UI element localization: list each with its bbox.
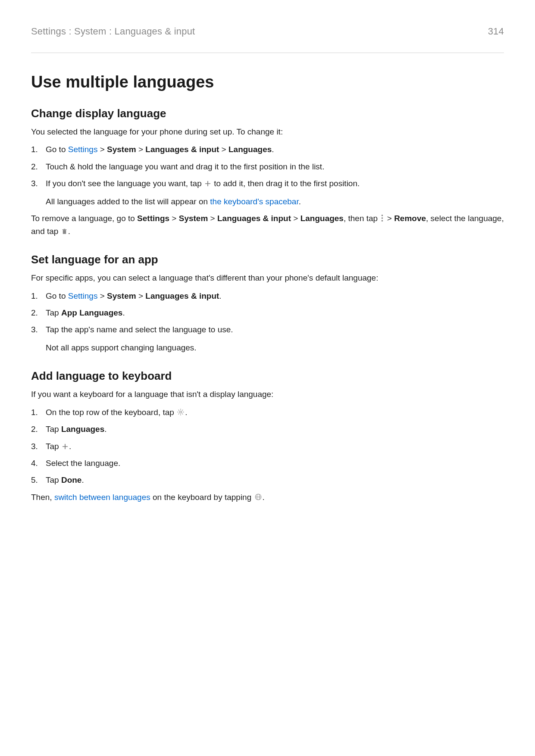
- header-divider: [31, 53, 504, 53]
- page-container: Settings : System : Languages & input 31…: [0, 0, 535, 526]
- bold-text: System: [107, 145, 136, 154]
- text: Then,: [31, 493, 54, 502]
- text: If you don't see the language you want, …: [46, 179, 204, 188]
- section1-step1: Go to Settings > System > Languages & in…: [31, 143, 504, 156]
- section1-intro: You selected the language for your phone…: [31, 125, 504, 138]
- header-row: Settings : System : Languages & input 31…: [31, 26, 504, 37]
- settings-link[interactable]: Settings: [68, 291, 98, 300]
- section1-step3: If you don't see the language you want, …: [31, 177, 504, 208]
- text: .: [104, 425, 106, 434]
- section3-step1: On the top row of the keyboard, tap .: [31, 406, 504, 419]
- section3-step2: Tap Languages.: [31, 423, 504, 435]
- section-heading-set-language-app: Set language for an app: [31, 253, 504, 266]
- text: .: [263, 493, 265, 502]
- text: Tap: [46, 475, 61, 484]
- section2-step1: Go to Settings > System > Languages & in…: [31, 290, 504, 302]
- text: .: [185, 408, 187, 417]
- bold-text: Remove: [394, 214, 426, 223]
- section1-step2: Touch & hold the language you want and d…: [31, 160, 504, 173]
- text: .: [81, 475, 84, 484]
- bold-text: Languages & input: [145, 145, 219, 154]
- switch-languages-link[interactable]: switch between languages: [54, 493, 150, 502]
- section3-intro: If you want a keyboard for a language th…: [31, 388, 504, 400]
- page-number: 314: [488, 26, 504, 37]
- text: Tap: [46, 442, 61, 451]
- section2-step2: Tap App Languages.: [31, 306, 504, 319]
- bold-text: Settings: [137, 214, 169, 223]
- text: Tap: [46, 425, 61, 434]
- bold-text: Languages & input: [145, 291, 219, 300]
- bold-text: Languages: [228, 145, 272, 154]
- bold-text: Languages: [300, 214, 344, 223]
- section2-step3-sub: Not all apps support changing languages.: [46, 341, 504, 354]
- bold-text: Languages & input: [217, 214, 291, 223]
- section3-step3: Tap .: [31, 440, 504, 453]
- section1-step3-sub: All languages added to the list will app…: [46, 195, 504, 208]
- text: .: [69, 442, 71, 451]
- text: >: [136, 291, 146, 300]
- text: >: [97, 145, 107, 154]
- settings-link[interactable]: Settings: [68, 145, 98, 154]
- text: Go to: [46, 291, 68, 300]
- text: >: [136, 145, 146, 154]
- globe-icon: [254, 493, 262, 501]
- gear-icon: [177, 408, 185, 416]
- section2-steps: Go to Settings > System > Languages & in…: [31, 290, 504, 354]
- text: >: [208, 214, 217, 223]
- plus-icon: [62, 443, 69, 450]
- page-title: Use multiple languages: [31, 73, 504, 91]
- text: .: [272, 145, 274, 154]
- bold-text: Languages: [61, 425, 104, 434]
- bold-text: Done: [61, 475, 82, 484]
- trash-icon: [61, 228, 68, 235]
- text: On the top row of the keyboard, tap: [46, 408, 176, 417]
- section2-step3: Tap the app's name and select the langua…: [31, 323, 504, 354]
- text: to add it, then drag it to the first pos…: [212, 179, 360, 188]
- text: , then tap: [344, 214, 380, 223]
- section1-remove: To remove a language, go to Settings > S…: [31, 212, 504, 237]
- section2-intro: For specific apps, you can select a lang…: [31, 272, 504, 284]
- svg-point-5: [180, 411, 182, 413]
- text: .: [122, 308, 125, 317]
- plus-icon: [204, 180, 211, 187]
- text: >: [169, 214, 179, 223]
- bold-text: System: [107, 291, 136, 300]
- text: .: [219, 291, 221, 300]
- keyboard-spacebar-link[interactable]: the keyboard's spacebar: [210, 197, 298, 206]
- section-heading-change-display-language: Change display language: [31, 107, 504, 120]
- breadcrumb: Settings : System : Languages & input: [31, 26, 195, 37]
- more-vert-icon: [380, 214, 384, 222]
- text: To remove a language, go to: [31, 214, 137, 223]
- svg-point-2: [382, 215, 383, 216]
- text: Tap: [46, 308, 61, 317]
- section3-step4: Select the language.: [31, 457, 504, 469]
- text: >: [97, 291, 107, 300]
- text: All languages added to the list will app…: [46, 197, 210, 206]
- text: Go to: [46, 145, 68, 154]
- bold-text: System: [179, 214, 208, 223]
- section-heading-add-language-keyboard: Add language to keyboard: [31, 369, 504, 383]
- text: on the keyboard by tapping: [150, 493, 254, 502]
- section3-steps: On the top row of the keyboard, tap . Ta…: [31, 406, 504, 487]
- text: >: [219, 145, 228, 154]
- section3-outro: Then, switch between languages on the ke…: [31, 491, 504, 503]
- text: .: [299, 197, 301, 206]
- text: >: [385, 214, 394, 223]
- text: .: [68, 227, 70, 236]
- text: Tap the app's name and select the langua…: [46, 325, 233, 334]
- svg-point-3: [382, 217, 383, 219]
- text: >: [291, 214, 300, 223]
- svg-point-4: [382, 220, 383, 222]
- section3-step5: Tap Done.: [31, 474, 504, 486]
- section1-steps: Go to Settings > System > Languages & in…: [31, 143, 504, 208]
- bold-text: App Languages: [61, 308, 123, 317]
